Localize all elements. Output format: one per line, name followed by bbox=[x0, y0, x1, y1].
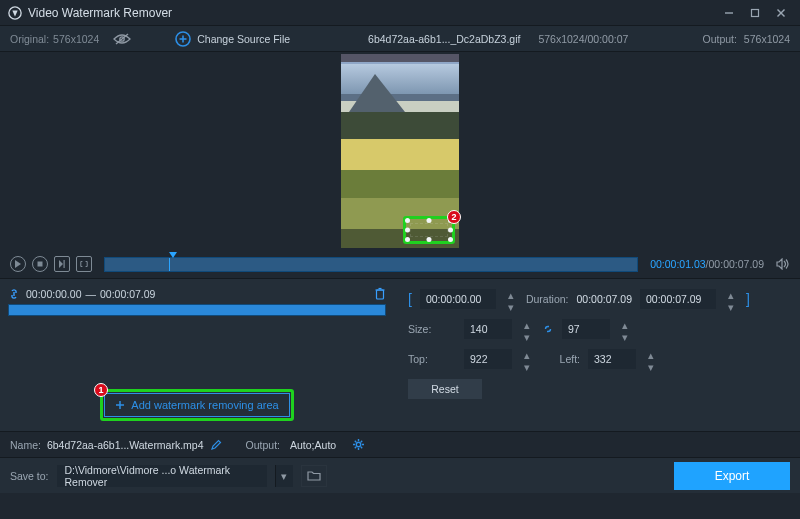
reset-button[interactable]: Reset bbox=[408, 379, 482, 399]
output-format-label: Output: bbox=[246, 439, 280, 451]
segment-bar[interactable] bbox=[8, 304, 386, 316]
size-height-spinner[interactable]: ▴▾ bbox=[618, 319, 632, 339]
play-button[interactable] bbox=[10, 256, 26, 272]
start-time-field[interactable]: 00:00:00.00 bbox=[420, 289, 496, 309]
app-logo-icon bbox=[8, 6, 22, 20]
save-path-field[interactable]: D:\Vidmore\Vidmore ...o Watermark Remove… bbox=[57, 465, 267, 487]
reset-row: Reset bbox=[408, 379, 786, 399]
name-value: 6b4d72aa-a6b1...Watermark.mp4 bbox=[47, 439, 204, 451]
window-buttons bbox=[716, 3, 794, 23]
video-preview[interactable]: 2 bbox=[341, 54, 459, 248]
bracket-end-icon[interactable]: ] bbox=[746, 291, 750, 307]
timeline-scrubber[interactable] bbox=[104, 257, 638, 272]
svg-rect-11 bbox=[64, 260, 65, 268]
size-height-field[interactable]: 97 bbox=[562, 319, 610, 339]
segments-pane: 00:00:00.00 — 00:00:07.09 1 Add watermar… bbox=[0, 279, 394, 431]
change-source-button[interactable]: Change Source File bbox=[175, 31, 290, 47]
output-format-value: Auto;Auto bbox=[290, 439, 336, 451]
top-spinner[interactable]: ▴▾ bbox=[520, 349, 534, 369]
time-range-row: [ 00:00:00.00 ▴▾ Duration:00:00:07.09 00… bbox=[408, 289, 786, 309]
open-folder-button[interactable] bbox=[301, 465, 327, 487]
segment-delete-icon[interactable] bbox=[374, 287, 386, 300]
playback-controls: 00:00:01.03/00:00:07.09 bbox=[0, 250, 800, 278]
source-meta: 576x1024/00:00:07 bbox=[538, 33, 628, 45]
bracket-range-button[interactable] bbox=[76, 256, 92, 272]
app-title: Video Watermark Remover bbox=[28, 6, 172, 20]
step-fwd-button[interactable] bbox=[54, 256, 70, 272]
change-source-label: Change Source File bbox=[197, 33, 290, 45]
export-button[interactable]: Export bbox=[674, 462, 790, 490]
svg-rect-10 bbox=[38, 262, 43, 267]
output-label: Output: bbox=[702, 33, 736, 45]
plus-circle-icon bbox=[175, 31, 191, 47]
name-output-row: Name: 6b4d72aa-a6b1...Watermark.mp4 Outp… bbox=[0, 431, 800, 457]
segment-end: 00:00:07.09 bbox=[100, 288, 155, 300]
size-width-spinner[interactable]: ▴▾ bbox=[520, 319, 534, 339]
segment-row: 00:00:00.00 — 00:00:07.09 bbox=[8, 287, 386, 300]
size-width-field[interactable]: 140 bbox=[464, 319, 512, 339]
annotation-badge-1: 1 bbox=[94, 383, 108, 397]
body-panes: 00:00:00.00 — 00:00:07.09 1 Add watermar… bbox=[0, 278, 800, 431]
left-spinner[interactable]: ▴▾ bbox=[644, 349, 658, 369]
save-row: Save to: D:\Vidmore\Vidmore ...o Waterma… bbox=[0, 457, 800, 493]
start-time-spinner[interactable]: ▴▾ bbox=[504, 289, 518, 309]
end-time-spinner[interactable]: ▴▾ bbox=[724, 289, 738, 309]
plus-icon bbox=[115, 400, 125, 410]
position-row: Top: 922 ▴▾ Left: 332 ▴▾ bbox=[408, 349, 786, 369]
bracket-start-icon[interactable]: [ bbox=[408, 291, 412, 307]
properties-pane: [ 00:00:00.00 ▴▾ Duration:00:00:07.09 00… bbox=[394, 279, 800, 431]
output-settings-icon[interactable] bbox=[352, 438, 365, 451]
svg-rect-12 bbox=[377, 290, 384, 299]
aspect-lock-icon[interactable] bbox=[542, 323, 554, 335]
svg-rect-2 bbox=[752, 9, 759, 16]
end-time-field[interactable]: 00:00:07.09 bbox=[640, 289, 716, 309]
export-label: Export bbox=[715, 469, 750, 483]
output-dims-group: Output: 576x1024 bbox=[702, 33, 790, 45]
size-label: Size: bbox=[408, 323, 456, 335]
segment-sep: — bbox=[85, 288, 96, 300]
watermark-selection[interactable]: 2 bbox=[403, 216, 455, 244]
add-watermark-area-label: Add watermark removing area bbox=[131, 399, 278, 411]
reset-label: Reset bbox=[431, 383, 458, 395]
top-field[interactable]: 922 bbox=[464, 349, 512, 369]
annotation-badge-2: 2 bbox=[447, 210, 461, 224]
save-path-dropdown[interactable]: ▾ bbox=[275, 465, 293, 487]
titlebar: Video Watermark Remover bbox=[0, 0, 800, 26]
preview-toggle-icon[interactable] bbox=[113, 33, 131, 45]
svg-point-17 bbox=[356, 442, 360, 446]
total-time: 00:00:07.09 bbox=[709, 258, 764, 270]
left-label: Left: bbox=[542, 353, 580, 365]
minimize-button[interactable] bbox=[716, 3, 742, 23]
timecode-display: 00:00:01.03/00:00:07.09 bbox=[650, 258, 764, 270]
preview-area: 2 bbox=[0, 52, 800, 250]
original-dims: 576x1024 bbox=[53, 33, 99, 45]
stop-button[interactable] bbox=[32, 256, 48, 272]
rename-icon[interactable] bbox=[210, 439, 222, 451]
header-strip: Original: 576x1024 Change Source File 6b… bbox=[0, 26, 800, 52]
size-row: Size: 140 ▴▾ 97 ▴▾ bbox=[408, 319, 786, 339]
duration-value: 00:00:07.09 bbox=[577, 293, 632, 305]
add-watermark-area-button[interactable]: Add watermark removing area bbox=[104, 393, 290, 417]
output-dims: 576x1024 bbox=[744, 33, 790, 45]
source-filename: 6b4d72aa-a6b1..._Dc2aDbZ3.gif bbox=[368, 33, 520, 45]
original-label: Original: bbox=[10, 33, 49, 45]
segment-link-icon[interactable] bbox=[8, 288, 20, 300]
top-label: Top: bbox=[408, 353, 456, 365]
close-button[interactable] bbox=[768, 3, 794, 23]
maximize-button[interactable] bbox=[742, 3, 768, 23]
segment-start: 00:00:00.00 bbox=[26, 288, 81, 300]
name-label: Name: bbox=[10, 439, 41, 451]
left-field[interactable]: 332 bbox=[588, 349, 636, 369]
save-to-label: Save to: bbox=[10, 470, 49, 482]
current-time: 00:00:01.03 bbox=[650, 258, 705, 270]
duration-label: Duration: bbox=[526, 293, 569, 305]
volume-icon[interactable] bbox=[776, 258, 790, 270]
